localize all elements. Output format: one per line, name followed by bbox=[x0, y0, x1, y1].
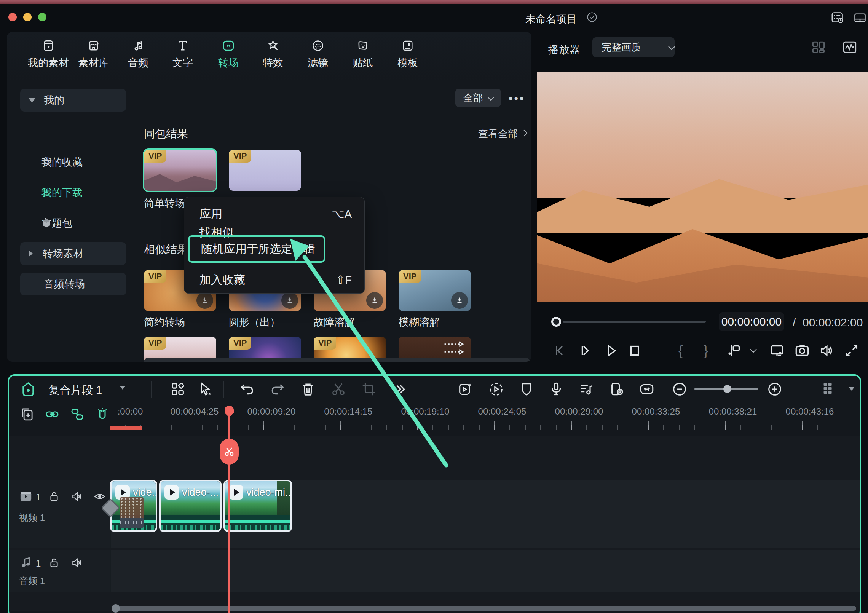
scrollbar-knob[interactable] bbox=[112, 604, 120, 613]
vip-badge: VIP bbox=[229, 150, 251, 163]
chevron-down-icon[interactable] bbox=[750, 346, 756, 353]
seek-bar[interactable] bbox=[563, 321, 706, 323]
transition-thumb[interactable]: VIP bbox=[229, 150, 301, 191]
sidebar-group-my[interactable]: 我的 bbox=[20, 89, 126, 112]
timeline-clip-2[interactable]: video-... bbox=[159, 480, 222, 532]
transition-thumb-selected[interactable]: VIP bbox=[144, 150, 216, 191]
caret-down-icon[interactable] bbox=[849, 387, 854, 391]
thumb-label: 简约转场 bbox=[144, 315, 185, 329]
redo-button[interactable] bbox=[269, 380, 286, 399]
select-tool-button[interactable] bbox=[196, 380, 214, 399]
section-title-same-pack: 同包结果 bbox=[144, 126, 188, 142]
media-panel: 我的素材 素材库 音频 文字 转场 特效 bbox=[7, 32, 531, 362]
asset-blocks-button[interactable] bbox=[169, 380, 187, 399]
zoom-window-button[interactable] bbox=[38, 13, 46, 21]
close-window-button[interactable] bbox=[8, 13, 17, 21]
crop-button[interactable] bbox=[360, 380, 378, 399]
fullscreen-button[interactable] bbox=[843, 342, 860, 361]
mask-button[interactable] bbox=[518, 380, 535, 399]
filters-icon bbox=[311, 39, 325, 53]
display-device-button[interactable] bbox=[768, 342, 786, 361]
caret-right-icon bbox=[29, 250, 33, 257]
more-options-button[interactable]: ••• bbox=[509, 92, 525, 105]
download-circle-icon[interactable] bbox=[451, 292, 468, 309]
seek-handle[interactable] bbox=[551, 317, 561, 327]
track-layout-button[interactable] bbox=[819, 380, 837, 399]
sidebar-item-favorites[interactable]: 我的收藏 bbox=[20, 153, 126, 171]
lock-icon[interactable] bbox=[47, 556, 61, 571]
marker-button[interactable] bbox=[725, 342, 743, 361]
multi-view-icon[interactable] bbox=[810, 39, 827, 57]
zoom-in-button[interactable] bbox=[766, 380, 783, 399]
video-preview[interactable] bbox=[537, 72, 868, 302]
tab-templates[interactable]: 模板 bbox=[379, 39, 436, 70]
speed-button[interactable] bbox=[487, 380, 505, 399]
timeline-ruler[interactable]: :00:00 00:00:04:25 00:00:09:20 00:00:14:… bbox=[9, 403, 860, 436]
view-all-link[interactable]: 查看全部 bbox=[478, 127, 527, 140]
sidebar-item-downloads[interactable]: 我的下载 bbox=[20, 184, 126, 202]
vip-badge: VIP bbox=[144, 337, 166, 350]
next-frame-button[interactable] bbox=[577, 342, 595, 361]
timeline-clip-3[interactable]: video-mi... bbox=[223, 480, 292, 532]
download-icon bbox=[40, 187, 53, 199]
download-circle-icon[interactable] bbox=[281, 292, 298, 309]
mute-track-icon[interactable] bbox=[70, 556, 84, 571]
current-timecode: 00:00:00:00 bbox=[719, 312, 784, 331]
hide-track-eye-icon[interactable] bbox=[93, 490, 107, 505]
section-title-similar: 相似结果 bbox=[144, 242, 188, 257]
mute-track-icon[interactable] bbox=[70, 490, 84, 505]
download-circle-icon[interactable] bbox=[366, 292, 383, 309]
sidebar-group-transition-assets[interactable]: 转场素材 bbox=[20, 242, 126, 265]
volume-button[interactable] bbox=[818, 342, 835, 361]
previous-frame-button[interactable] bbox=[551, 342, 569, 361]
quality-dropdown[interactable]: 完整画质 bbox=[592, 37, 675, 57]
scopes-icon[interactable] bbox=[841, 39, 858, 57]
download-circle-icon[interactable] bbox=[196, 292, 213, 309]
chevron-right-icon bbox=[520, 129, 527, 136]
undo-button[interactable] bbox=[238, 380, 256, 399]
mark-in-button[interactable]: { bbox=[678, 343, 683, 359]
screen-record-button[interactable] bbox=[608, 380, 626, 399]
mark-out-button[interactable]: } bbox=[704, 343, 708, 359]
menu-item-random-apply-highlighted[interactable]: 随机应用于所选定剪辑 bbox=[188, 235, 325, 263]
sidebar-item-theme-packs[interactable]: 主题包 bbox=[20, 214, 126, 232]
sidebar-group-audio-transitions[interactable]: 音频转场 bbox=[20, 273, 126, 295]
play-button[interactable] bbox=[602, 342, 620, 361]
unlink-clips-button[interactable] bbox=[69, 406, 85, 424]
audio-mixer-button[interactable] bbox=[578, 380, 595, 399]
ai-clip-button[interactable] bbox=[457, 380, 474, 399]
timeline-horizontal-scrollbar[interactable] bbox=[114, 606, 856, 611]
link-clips-button[interactable] bbox=[44, 406, 60, 424]
delete-button[interactable] bbox=[299, 380, 317, 399]
play-icon bbox=[229, 485, 243, 500]
audio-icon bbox=[131, 39, 145, 53]
snap-magnet-button[interactable] bbox=[94, 406, 110, 424]
more-tools-chevrons-button[interactable] bbox=[391, 380, 408, 399]
star-icon bbox=[40, 156, 53, 168]
menu-item-add-favorite[interactable]: 加入收藏 ⇧F bbox=[184, 271, 364, 289]
paste-clip-button[interactable] bbox=[19, 406, 35, 424]
app-window: 未命名项目 我的素材 素材库 音频 bbox=[0, 0, 868, 613]
context-menu: 应用 ⌥A 找相似 随机应用于所选定剪辑 加入收藏 ⇧F bbox=[184, 197, 365, 294]
minimize-window-button[interactable] bbox=[23, 13, 32, 21]
snapshot-camera-button[interactable] bbox=[793, 342, 811, 361]
menu-item-apply[interactable]: 应用 ⌥A bbox=[184, 205, 364, 223]
transition-thumb[interactable]: VIP bbox=[399, 270, 471, 311]
stop-button[interactable] bbox=[626, 342, 643, 361]
split-scissors-button[interactable] bbox=[330, 380, 347, 399]
thumb-label: 圆形（出） bbox=[229, 315, 280, 329]
sidebar-group-label: 转场素材 bbox=[43, 247, 84, 260]
filter-dropdown[interactable]: 全部 bbox=[455, 89, 501, 107]
zoom-out-button[interactable] bbox=[671, 380, 688, 399]
caret-down-icon[interactable] bbox=[120, 386, 126, 390]
tab-label: 贴纸 bbox=[353, 56, 373, 70]
voiceover-mic-button[interactable] bbox=[547, 380, 565, 399]
timeline-zoom-handle[interactable] bbox=[723, 385, 731, 393]
compound-clip-home-button[interactable] bbox=[19, 380, 37, 400]
history-icon[interactable] bbox=[830, 10, 845, 25]
auto-ripple-button[interactable] bbox=[638, 380, 656, 399]
layout-icon[interactable] bbox=[853, 11, 867, 25]
playhead-scissors-handle[interactable] bbox=[220, 439, 239, 465]
compound-clip-name[interactable]: 复合片段 1 bbox=[49, 383, 102, 398]
lock-icon[interactable] bbox=[47, 490, 61, 505]
